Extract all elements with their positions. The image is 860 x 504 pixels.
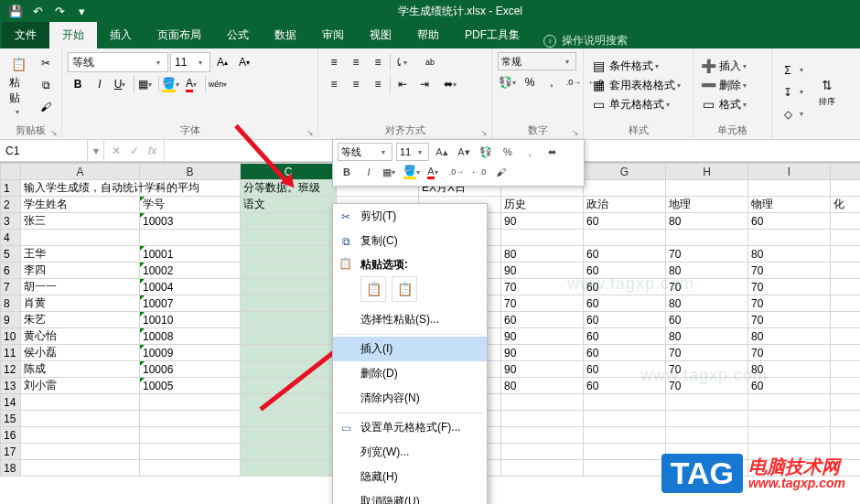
cell[interactable]: 地理: [666, 197, 748, 213]
mini-font-select[interactable]: 等线▾: [338, 143, 392, 161]
bold-button[interactable]: B: [68, 74, 88, 94]
cell[interactable]: 10003: [140, 213, 241, 230]
italic-button[interactable]: I: [90, 74, 110, 94]
column-header-A[interactable]: A: [21, 164, 140, 180]
cell[interactable]: [140, 460, 241, 477]
cell[interactable]: 10007: [140, 295, 241, 312]
align-center-icon[interactable]: ≡: [346, 74, 366, 94]
cell[interactable]: 70: [666, 345, 748, 361]
cell[interactable]: 90: [501, 361, 584, 378]
cell[interactable]: [241, 328, 337, 345]
cell[interactable]: [140, 427, 241, 444]
cell[interactable]: [241, 460, 337, 477]
cell[interactable]: [748, 230, 831, 246]
column-header-H[interactable]: H: [666, 164, 748, 180]
cell[interactable]: [21, 444, 140, 460]
cell[interactable]: 历史: [501, 197, 584, 213]
column-header-B[interactable]: B: [140, 164, 241, 180]
cell[interactable]: [666, 230, 748, 246]
delete-cells-button[interactable]: ➖删除▾: [699, 76, 750, 94]
cell[interactable]: [241, 213, 337, 230]
cell[interactable]: 60: [501, 312, 584, 328]
cell[interactable]: [666, 394, 748, 411]
menu-clear[interactable]: 清除内容(N): [333, 386, 487, 411]
inc-decimal-icon[interactable]: .0→: [564, 72, 584, 92]
row-header[interactable]: 10: [1, 328, 21, 345]
cell[interactable]: [241, 312, 337, 328]
row-header[interactable]: 6: [1, 263, 21, 279]
tab-help[interactable]: 帮助: [404, 22, 452, 48]
menu-unhide[interactable]: 取消隐藏(U): [333, 489, 487, 504]
cancel-entry-icon[interactable]: ✕: [112, 145, 121, 157]
select-all-corner[interactable]: [1, 164, 21, 180]
cell[interactable]: 朱艺: [21, 312, 140, 328]
cell[interactable]: 80: [666, 328, 748, 345]
cell[interactable]: [241, 246, 337, 263]
align-bottom-icon[interactable]: ≡: [368, 52, 388, 72]
cell[interactable]: 80: [748, 328, 831, 345]
cell[interactable]: [831, 345, 861, 361]
cell[interactable]: 70: [666, 246, 748, 263]
cell[interactable]: [831, 180, 861, 197]
cell[interactable]: [748, 411, 831, 427]
mini-decdec-icon[interactable]: ←.0: [469, 163, 488, 181]
cell[interactable]: 80: [501, 246, 584, 263]
cell[interactable]: [501, 411, 584, 427]
indent-inc-icon[interactable]: ⇥: [414, 74, 435, 94]
fill-icon[interactable]: ↧: [778, 82, 798, 102]
cell[interactable]: 张三: [21, 213, 140, 230]
cell[interactable]: 70: [748, 295, 831, 312]
underline-button[interactable]: U▾: [112, 74, 132, 94]
cell[interactable]: [140, 230, 241, 246]
tab-layout[interactable]: 页面布局: [145, 22, 214, 48]
cell[interactable]: 10004: [140, 279, 241, 295]
format-painter-icon[interactable]: 🖌: [36, 97, 56, 117]
tab-home[interactable]: 开始: [49, 22, 97, 48]
cell[interactable]: [831, 213, 861, 230]
save-icon[interactable]: 💾: [5, 2, 26, 22]
row-header[interactable]: 12: [1, 361, 21, 378]
cell[interactable]: 黄心怡: [21, 328, 140, 345]
cell[interactable]: [831, 427, 861, 444]
cell[interactable]: 10005: [140, 378, 241, 394]
cell[interactable]: [584, 230, 666, 246]
mini-dec-font-icon[interactable]: A▾: [455, 143, 473, 161]
menu-copy[interactable]: ⧉复制(C): [333, 229, 487, 253]
align-right-icon[interactable]: ≡: [368, 74, 388, 94]
row-header[interactable]: 17: [1, 444, 21, 460]
mini-percent-icon[interactable]: %: [499, 143, 517, 161]
font-color-icon[interactable]: A▾: [183, 74, 203, 94]
number-launcher-icon[interactable]: ↘: [572, 128, 579, 137]
tab-file[interactable]: 文件: [2, 22, 49, 48]
align-launcher-icon[interactable]: ↘: [480, 128, 488, 137]
tab-insert[interactable]: 插入: [97, 22, 145, 48]
cell[interactable]: [831, 246, 861, 263]
tell-me-search[interactable]: ♀ 操作说明搜索: [543, 33, 628, 48]
tab-data[interactable]: 数据: [262, 22, 309, 48]
cell[interactable]: 物理: [748, 197, 831, 213]
row-header[interactable]: 5: [1, 246, 21, 263]
row-header[interactable]: 14: [1, 394, 21, 411]
cell[interactable]: [21, 427, 140, 444]
phonetic-icon[interactable]: wén▾: [208, 74, 228, 94]
cell[interactable]: 80: [748, 246, 831, 263]
undo-icon[interactable]: ↶: [27, 2, 48, 22]
cell[interactable]: 10010: [140, 312, 241, 328]
mini-currency-icon[interactable]: 💱: [477, 143, 495, 161]
cell[interactable]: 70: [501, 295, 584, 312]
mini-incdec-icon[interactable]: .0→: [447, 163, 466, 181]
orientation-icon[interactable]: ⤹▾: [392, 52, 413, 72]
insert-cells-button[interactable]: ➕插入▾: [699, 57, 750, 75]
cell[interactable]: 10009: [140, 345, 241, 361]
redo-icon[interactable]: ↷: [49, 2, 70, 22]
autosum-icon[interactable]: Σ: [778, 60, 798, 80]
cell[interactable]: 学生姓名: [21, 197, 140, 213]
cell[interactable]: [501, 460, 584, 477]
mini-format-painter-icon[interactable]: 🖌: [491, 163, 510, 181]
cell[interactable]: 10002: [140, 263, 241, 279]
row-header[interactable]: 18: [1, 460, 21, 477]
align-middle-icon[interactable]: ≡: [346, 52, 366, 72]
cell[interactable]: [584, 444, 666, 460]
align-top-icon[interactable]: ≡: [324, 52, 344, 72]
cell[interactable]: [241, 411, 337, 427]
